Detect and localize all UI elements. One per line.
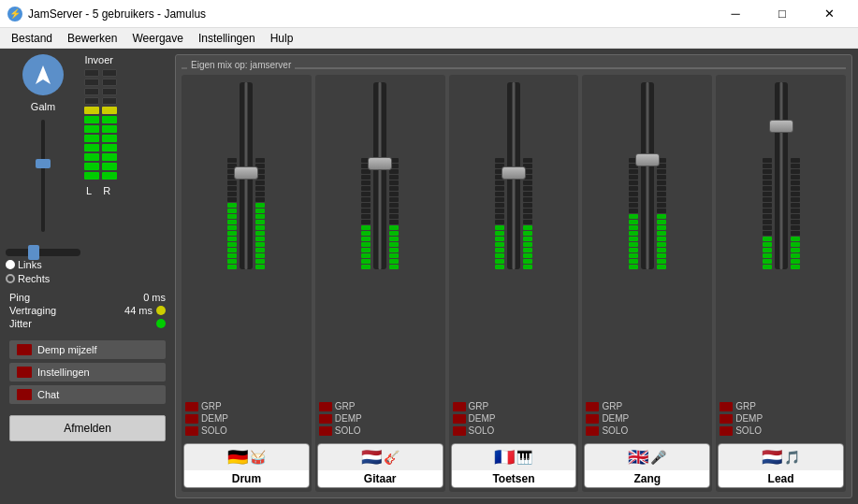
minimize-button[interactable]: ─: [714, 0, 757, 28]
toetsen-name: Toetsen: [452, 470, 576, 487]
lead-meter-left: [763, 82, 772, 269]
toetsen-demp-btn[interactable]: [453, 414, 466, 424]
toetsen-name-card: 🇫🇷 🎹 Toetsen: [451, 443, 577, 488]
menu-weergave[interactable]: Weergave: [124, 30, 190, 47]
stat-jitter: Jitter: [9, 318, 166, 329]
channel-lead: GRP DEMP SOLO 🇳🇱 🎵: [716, 75, 846, 492]
toetsen-grp-btn[interactable]: [453, 402, 466, 411]
menu-hulp[interactable]: Hulp: [263, 30, 301, 47]
drum-name: Drum: [184, 470, 309, 487]
zang-flag: 🇬🇧 🎤: [585, 444, 709, 470]
demp-mijzelf-button[interactable]: Demp mijzelf: [9, 340, 166, 359]
lead-fader[interactable]: [775, 82, 788, 269]
toetsen-solo-btn[interactable]: [453, 426, 466, 436]
lead-demp-btn[interactable]: [720, 414, 733, 424]
gitaar-flag: 🇳🇱 🎸: [318, 444, 443, 470]
lead-meter-right: [791, 82, 800, 269]
close-button[interactable]: ✕: [807, 0, 851, 28]
channel-drum: GRP DEMP SOLO 🇩🇪 🥁: [182, 75, 312, 492]
gitaar-name: Gitaar: [318, 470, 443, 487]
toetsen-flag: 🇫🇷 🎹: [452, 444, 576, 470]
afmelden-button[interactable]: Afmelden: [9, 415, 166, 441]
lr-links-option[interactable]: Links: [6, 259, 42, 270]
radio-links: [6, 260, 15, 269]
app-icon: ⚡: [7, 7, 22, 22]
lead-name: Lead: [719, 470, 843, 487]
input-meters: [84, 69, 117, 180]
menu-instellingen[interactable]: Instellingen: [191, 30, 263, 47]
instellingen-button[interactable]: Instellingen: [9, 363, 166, 382]
lr-rechts-option[interactable]: Rechts: [6, 273, 50, 284]
gitaar-demp-btn[interactable]: [319, 414, 332, 424]
zang-name: Zang: [585, 470, 709, 487]
stat-ping: Ping 0 ms: [9, 292, 166, 303]
channels-container: GRP DEMP SOLO 🇩🇪 🥁: [182, 75, 846, 492]
drum-demp-btn[interactable]: [185, 414, 198, 424]
mixer-group-label: Eigen mix op: jamserver: [191, 60, 291, 70]
drum-solo-btn[interactable]: [185, 426, 198, 436]
reverb-label: Galm: [31, 101, 55, 112]
zang-grp-btn[interactable]: [586, 402, 599, 411]
zang-demp-btn[interactable]: [586, 414, 599, 424]
channel-gitaar: GRP DEMP SOLO 🇳🇱 🎸: [315, 75, 445, 492]
window-title: JamServer - 5 gebruikers - Jamulus: [28, 7, 206, 21]
lead-flag: 🇳🇱 🎵: [719, 444, 843, 470]
zang-meter-right: [657, 82, 666, 269]
drum-flag: 🇩🇪 🥁: [184, 444, 309, 470]
input-meter-right: [102, 69, 117, 180]
menu-bewerken[interactable]: Bewerken: [60, 30, 124, 47]
zang-meter-left: [629, 82, 638, 269]
toetsen-fader[interactable]: [507, 82, 520, 269]
instellingen-icon: [17, 367, 32, 378]
maximize-button[interactable]: □: [761, 0, 804, 28]
mixer-panel: Eigen mix op: jamserver: [175, 54, 852, 498]
reverb-slider-thumb[interactable]: [36, 159, 51, 168]
lead-solo-btn[interactable]: [720, 426, 733, 436]
drum-name-card: 🇩🇪 🥁 Drum: [183, 443, 310, 488]
channel-zang: GRP DEMP SOLO 🇬🇧 🎤: [582, 75, 712, 492]
lead-name-card: 🇳🇱 🎵 Lead: [718, 443, 844, 488]
drum-grp-btn[interactable]: [185, 402, 198, 411]
gitaar-solo-btn[interactable]: [319, 426, 332, 436]
radio-rechts: [6, 274, 15, 283]
vertraging-dot: [156, 306, 166, 315]
pan-slider[interactable]: [6, 249, 80, 256]
gitaar-meter-right: [389, 82, 399, 269]
title-bar: ⚡ JamServer - 5 gebruikers - Jamulus ─ □…: [0, 0, 858, 28]
gitaar-grp-btn[interactable]: [319, 402, 332, 411]
left-panel: Galm: [6, 54, 169, 498]
channel-toetsen: GRP DEMP SOLO 🇫🇷 🎹: [449, 75, 579, 492]
drum-fader[interactable]: [240, 82, 253, 269]
lr-label-r: R: [103, 185, 110, 196]
stats-section: Ping 0 ms Vertraging 44 ms Jitter: [6, 288, 169, 333]
zang-solo-btn[interactable]: [586, 426, 599, 436]
stat-vertraging: Vertraging 44 ms: [9, 305, 166, 316]
lr-label-l: L: [86, 185, 92, 196]
zang-fader[interactable]: [641, 82, 654, 269]
action-buttons: Demp mijzelf Instellingen Chat: [6, 337, 169, 408]
gitaar-meter-left: [361, 82, 371, 269]
input-meter-left: [84, 69, 99, 180]
gitaar-name-card: 🇳🇱 🎸 Gitaar: [317, 443, 444, 488]
lead-grp-btn[interactable]: [720, 402, 733, 411]
gitaar-fader[interactable]: [373, 82, 386, 269]
main-content: Galm: [0, 49, 858, 504]
svg-marker-0: [36, 65, 51, 84]
zang-name-card: 🇬🇧 🎤 Zang: [584, 443, 710, 488]
reverb-icon: [22, 54, 64, 95]
menu-bar: Bestand Bewerken Weergave Instellingen H…: [0, 28, 858, 49]
input-label: Invoer: [84, 54, 117, 65]
chat-button[interactable]: Chat: [9, 385, 166, 404]
chat-icon: [17, 389, 32, 400]
demp-icon: [17, 344, 32, 355]
jitter-dot: [156, 319, 166, 328]
menu-bestand[interactable]: Bestand: [4, 30, 60, 47]
